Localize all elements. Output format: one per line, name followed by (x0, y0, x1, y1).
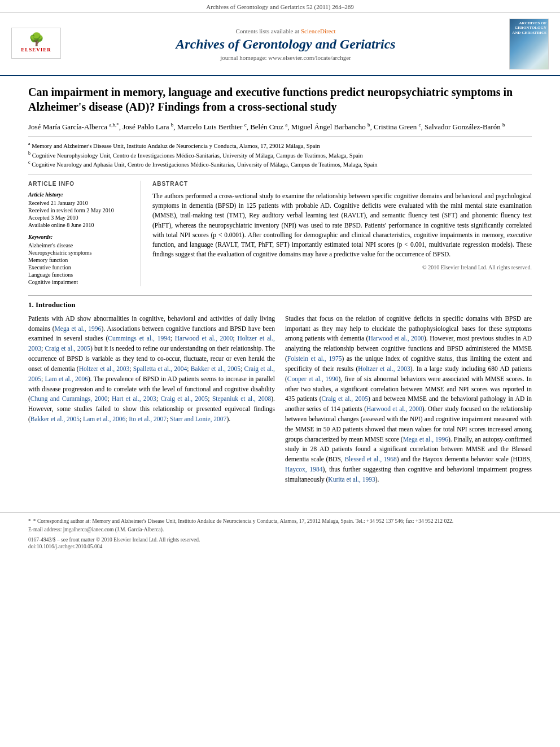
abstract-column: ABSTRACT The authors performed a cross-s… (152, 181, 532, 286)
ref-holtzer2003b[interactable]: Holtzer et al., 2003 (79, 365, 130, 372)
elsevier-label: ELSEVIER (21, 47, 51, 53)
section-divider (28, 295, 532, 296)
ref-ito2007[interactable]: Ito et al., 2007 (129, 416, 167, 422)
keyword-alzheimers: Alzheimer's disease (28, 242, 133, 248)
keywords-label: Keywords: (28, 234, 133, 240)
ref-cooper1990[interactable]: Cooper et al., 1990 (287, 375, 339, 382)
ref-holtzer2003c[interactable]: Holtzer et al., 2003 (358, 365, 410, 372)
ref-harwood2000c[interactable]: Harwood et al., 2000 (366, 405, 422, 412)
online-date: Available online 8 June 2010 (28, 222, 141, 228)
footer-issn: 0167-4943/$ – see front matter © 2010 El… (28, 537, 200, 543)
ref-chung2000[interactable]: Chung and Cummings, 2000 (30, 395, 108, 402)
ref-starr2007[interactable]: Starr and Lonie, 2007 (170, 416, 226, 422)
ref-spalletta2004[interactable]: Spalletta et al., 2004 (133, 365, 187, 372)
article-title: Can impairment in memory, language and e… (28, 85, 532, 114)
ref-lam2006b[interactable]: Lam et al., 2006 (83, 416, 125, 422)
ref-mega1996[interactable]: Mega et al., 1996 (55, 325, 102, 332)
ref-folstein1975[interactable]: Folstein et al., 1975 (287, 355, 342, 362)
ref-kurita1993[interactable]: Kurita et al., 1993 (328, 476, 375, 483)
journal-reference-text: Archives of Gerontology and Geriatrics 5… (206, 3, 353, 10)
ref-harwood2000b[interactable]: Harwood et al., 2000 (368, 335, 424, 342)
keyword-memory: Memory function (28, 257, 133, 263)
footnote-corresponding-text: * Corresponding author at: Memory and Al… (33, 518, 453, 524)
journal-cover-image: ARCHIVES OF GERONTOLOGY AND GERIATRICS (509, 19, 549, 69)
footnote-star-icon: * (28, 518, 31, 524)
journal-title-block: Contents lists available at ScienceDirec… (62, 28, 509, 61)
main-content: Can impairment in memory, language and e… (0, 76, 560, 501)
ref-stepaniuk2008[interactable]: Stepaniuk et al., 2008 (212, 395, 271, 402)
abstract-text: The authors performed a cross-sectional … (152, 191, 532, 260)
journal-header: 🌳 ELSEVIER Contents lists available at S… (0, 13, 560, 76)
abstract-heading: ABSTRACT (152, 181, 532, 187)
intro-left-column: Patients with AD show abnormalities in c… (28, 314, 275, 490)
article-dates: Article history: Received 21 January 201… (28, 191, 133, 228)
revised-date: Received in revised form 2 May 2010 (28, 207, 141, 213)
footer-bottom: 0167-4943/$ – see front matter © 2010 El… (28, 537, 532, 543)
footer: * * Corresponding author at: Memory and … (0, 512, 560, 552)
elsevier-logo-box: 🌳 ELSEVIER (11, 28, 61, 59)
journal-cover-text: ARCHIVES OF GERONTOLOGY AND GERIATRICS (511, 21, 546, 35)
footer-doi: doi:10.1016/j.archger.2010.05.004 (28, 544, 532, 549)
ref-hart2003[interactable]: Hart et al., 2003 (112, 395, 156, 402)
page: Archives of Gerontology and Geriatrics 5… (0, 0, 560, 747)
ref-bakker2005a[interactable]: Bakker et al., 2005 (191, 365, 240, 372)
keyword-cognitive: Cognitive impairment (28, 279, 133, 285)
affiliation-a: a Memory and Alzheimer's Disease Unit, I… (28, 141, 532, 149)
footnote-email: E-mail address: jmgalherca@ianec.com (J.… (28, 527, 532, 532)
ref-mega1996b[interactable]: Mega et al., 1996 (403, 436, 448, 443)
affiliation-b: b Cognitive Neurophysiology Unit, Centro… (28, 151, 532, 159)
footnote-corresponding: * * Corresponding author at: Memory and … (28, 518, 532, 524)
ref-blessed1968[interactable]: Blessed et al., 1968 (344, 456, 396, 462)
ref-craig2005c[interactable]: Craig et al., 2005 (160, 395, 208, 402)
elsevier-tree-icon: 🌳 (29, 33, 44, 46)
abstract-copyright: © 2010 Elsevier Ireland Ltd. All rights … (152, 264, 532, 270)
sciencedirect-prefix: Contents lists available at (235, 28, 300, 34)
footnote-email-text: E-mail address: jmgalherca@ianec.com (J.… (28, 527, 164, 532)
elsevier-logo: 🌳 ELSEVIER (11, 28, 62, 61)
ref-bakker2005b[interactable]: Bakker et al., 2005 (30, 416, 80, 422)
ref-craig2005a[interactable]: Craig et al., 2005 (45, 345, 90, 352)
keyword-executive: Executive function (28, 264, 133, 270)
intro-number: 1. (28, 300, 34, 309)
sciencedirect-anchor[interactable]: ScienceDirect (301, 28, 336, 34)
article-info-heading: ARTICLE INFO (28, 181, 133, 187)
journal-title: Archives of Gerontology and Geriatrics (62, 37, 509, 52)
article-info-column: ARTICLE INFO Article history: Received 2… (28, 181, 141, 286)
intro-right-para: Studies that focus on the relation of co… (285, 314, 532, 485)
ref-craig2005d[interactable]: Craig et al., 2005 (322, 395, 368, 402)
history-label: Article history: (28, 191, 141, 198)
ref-cummings1994[interactable]: Cummings et al., 1994 (108, 335, 170, 342)
ref-harwood2000a[interactable]: Harwood et al., 2000 (175, 335, 233, 342)
keyword-neuropsychiatric: Neuropsychiatric symptoms (28, 250, 133, 256)
intro-body-columns: Patients with AD show abnormalities in c… (28, 314, 532, 490)
affiliation-c: c Cognitive Neurology and Aphasia Unit, … (28, 160, 532, 168)
intro-left-para: Patients with AD show abnormalities in c… (28, 314, 275, 425)
sciencedirect-link[interactable]: Contents lists available at ScienceDirec… (62, 28, 509, 34)
ref-haycox1984[interactable]: Haycox, 1984 (285, 466, 323, 473)
intro-right-column: Studies that focus on the relation of co… (285, 314, 532, 490)
authors-line: José María García-Alberca a,b,*, José Pa… (28, 122, 532, 132)
journal-reference-bar: Archives of Gerontology and Geriatrics 5… (0, 0, 560, 13)
intro-section-title: 1. Introduction (28, 300, 532, 309)
intro-title: Introduction (36, 300, 76, 309)
accepted-date: Accepted 3 May 2010 (28, 215, 141, 221)
affiliations: a Memory and Alzheimer's Disease Unit, I… (28, 136, 532, 168)
received-date: Received 21 January 2010 (28, 200, 141, 206)
keyword-language: Language functions (28, 272, 133, 278)
keywords-list: Alzheimer's disease Neuropsychiatric sym… (28, 242, 133, 285)
article-info-abstract-section: ARTICLE INFO Article history: Received 2… (28, 174, 532, 286)
ref-lam2006a[interactable]: Lam et al., 2006 (45, 375, 88, 382)
journal-homepage: journal homepage: www.elsevier.com/locat… (62, 54, 509, 61)
